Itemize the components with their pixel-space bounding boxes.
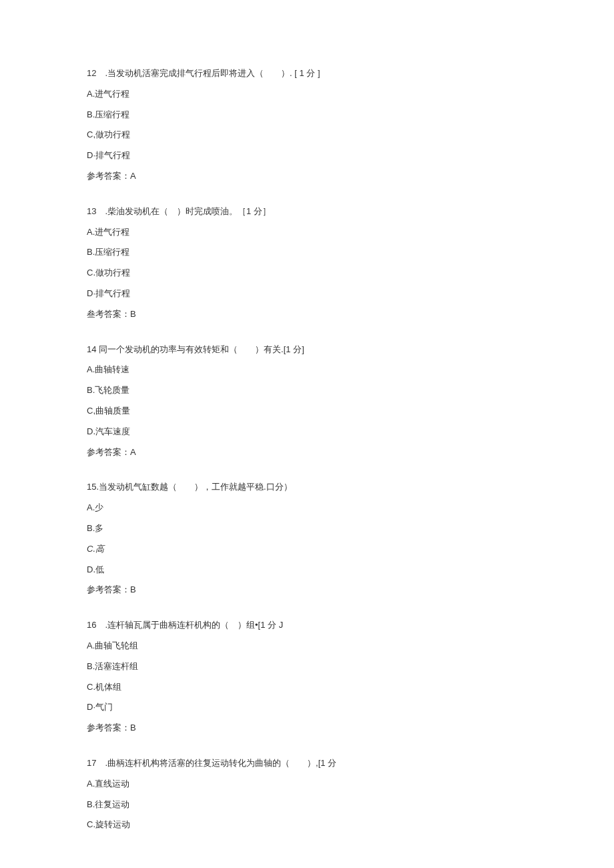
- reference-answer: 参考答案：A: [87, 169, 527, 183]
- question-block: 13 .柴油发动机在（ ）时完成喷油。［1 分］A.进气行程B.压缩行程C.做功…: [87, 205, 527, 322]
- question-stem: 13 .柴油发动机在（ ）时完成喷油。［1 分］: [87, 205, 527, 219]
- question-option: C,曲轴质量: [87, 404, 527, 418]
- reference-answer: 参考答案：A: [87, 446, 527, 460]
- question-option: B.压缩行程: [87, 246, 527, 260]
- question-option: B.飞轮质量: [87, 384, 527, 398]
- question-stem: 12 .当发动机活塞完成排气行程后即将进入（ ）. [ 1 分 ]: [87, 67, 527, 81]
- question-stem: 15.当发动机气缸数越（ ），工作就越平稳.口分）: [87, 480, 527, 494]
- question-option: C.高: [87, 542, 527, 556]
- question-option: C.做功行程: [87, 266, 527, 280]
- reference-answer: 参考答案：B: [87, 583, 527, 597]
- question-option: A.直线运动: [87, 777, 527, 791]
- question-block: 14 同一个发动机的功率与有效转矩和（ ）有关.[1 分]A.曲轴转速B.飞轮质…: [87, 343, 527, 460]
- question-option: D·排气行程: [87, 287, 527, 301]
- question-block: 17 .曲柄连杆机构将活塞的往复运动转化为曲轴的（ ）,[1 分A.直线运动B.…: [87, 757, 527, 832]
- question-option: A.曲轴飞轮组: [87, 639, 527, 653]
- question-block: 12 .当发动机活塞完成排气行程后即将进入（ ）. [ 1 分 ]A.进气行程B…: [87, 67, 527, 183]
- question-stem: 17 .曲柄连杆机构将活塞的往复运动转化为曲轴的（ ）,[1 分: [87, 757, 527, 771]
- question-option: C.旋转运动: [87, 818, 527, 832]
- question-stem: 14 同一个发动机的功率与有效转矩和（ ）有关.[1 分]: [87, 343, 527, 357]
- question-option: D·排气行程: [87, 149, 527, 163]
- question-option: B.多: [87, 522, 527, 536]
- question-block: 16 .连杆轴瓦属于曲柄连杆机构的（ ）组•[1 分 JA.曲轴飞轮组B.活塞连…: [87, 618, 527, 735]
- question-option: A.进气行程: [87, 226, 527, 240]
- question-option: B.压缩行程: [87, 108, 527, 122]
- question-option: A.少: [87, 501, 527, 515]
- question-option: A.曲轴转速: [87, 363, 527, 377]
- question-option: B.活塞连杆组: [87, 660, 527, 674]
- reference-answer: 参考答案：B: [87, 721, 527, 735]
- reference-answer: 叁考答案：B: [87, 308, 527, 322]
- question-option: B.往复运动: [87, 798, 527, 812]
- question-option: C,做功行程: [87, 128, 527, 142]
- question-block: 15.当发动机气缸数越（ ），工作就越平稳.口分）A.少B.多C.高D.低参考答…: [87, 480, 527, 597]
- question-option: D.低: [87, 563, 527, 577]
- question-option: C.机体组: [87, 681, 527, 695]
- question-option: D.汽车速度: [87, 425, 527, 439]
- question-option: A.进气行程: [87, 87, 527, 101]
- question-option: D·气门: [87, 701, 527, 715]
- question-stem: 16 .连杆轴瓦属于曲柄连杆机构的（ ）组•[1 分 J: [87, 618, 527, 632]
